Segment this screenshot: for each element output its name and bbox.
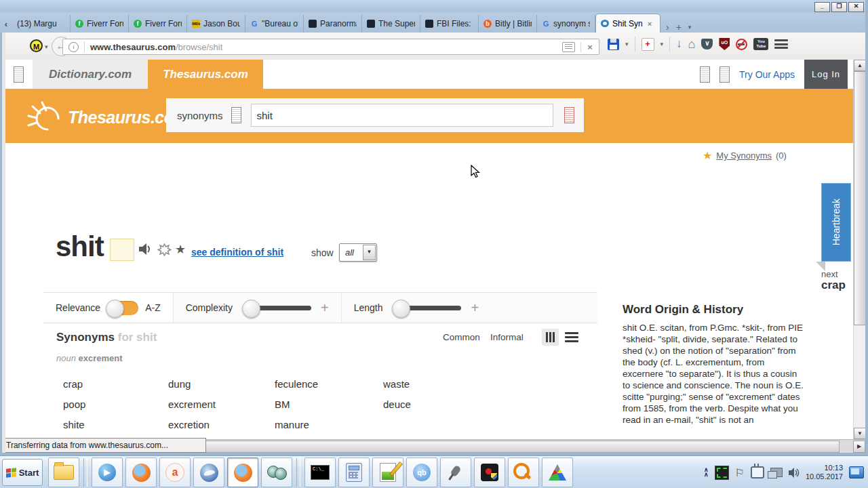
informal-filter-button[interactable]: Informal bbox=[490, 332, 524, 342]
taskbar-clock[interactable]: 10:1310.05.2017 bbox=[806, 464, 843, 481]
slider-knob[interactable] bbox=[242, 300, 260, 318]
tray-expand-icon[interactable]: ∧∧ bbox=[704, 468, 709, 477]
heartbreak-side-tab[interactable]: Heartbreak bbox=[821, 183, 851, 262]
usb-device-icon[interactable] bbox=[751, 466, 764, 479]
amigo-browser-button[interactable]: a bbox=[159, 458, 191, 487]
firefox-button[interactable] bbox=[125, 458, 157, 487]
tab-fbi-files[interactable]: FBI Files: T bbox=[420, 15, 479, 33]
action-center-flag-icon[interactable]: ⚐ bbox=[735, 466, 745, 479]
menu-hamburger-icon[interactable] bbox=[774, 39, 788, 49]
scroll-up-icon[interactable]: ▲ bbox=[854, 60, 866, 71]
tab-shit-synonyms-active[interactable]: Shit Syn× bbox=[595, 14, 660, 33]
ublock-shield-icon[interactable]: uO bbox=[719, 38, 730, 50]
synonym-word[interactable]: waste bbox=[383, 378, 492, 390]
next-word-link[interactable]: crap bbox=[821, 279, 846, 292]
synonym-word[interactable]: BM bbox=[275, 399, 383, 411]
synonym-word[interactable]: excretion bbox=[168, 419, 275, 431]
synonym-word[interactable]: crap bbox=[63, 378, 168, 390]
scroll-tabs-left-button[interactable]: ‹ bbox=[0, 16, 12, 33]
search-input[interactable] bbox=[251, 104, 553, 127]
start-button[interactable]: Start bbox=[2, 459, 43, 486]
scroll-right-icon[interactable]: ▶ bbox=[853, 441, 865, 453]
defrag-tool-button[interactable] bbox=[542, 458, 573, 487]
downloads-icon[interactable]: ↓ bbox=[676, 37, 682, 51]
scroll-down-icon[interactable]: ▼ bbox=[854, 428, 866, 439]
tab-bitly[interactable]: bBitly | Bitlin bbox=[479, 15, 537, 33]
site-info-icon[interactable]: i bbox=[68, 42, 79, 52]
minimize-button[interactable]: _ bbox=[814, 2, 830, 12]
save-page-icon[interactable] bbox=[608, 39, 619, 50]
binoculars-tool-button[interactable] bbox=[261, 458, 292, 487]
toggle-knob[interactable] bbox=[106, 300, 124, 318]
synonym-word[interactable]: shite bbox=[63, 419, 168, 431]
thesaurus-tab[interactable]: Thesaurus.com bbox=[148, 60, 263, 89]
vertical-scroll-thumb[interactable] bbox=[854, 71, 866, 325]
list-all-tabs-button[interactable]: ▾ bbox=[688, 24, 692, 30]
relevance-az-toggle[interactable] bbox=[107, 301, 138, 315]
media-player-button[interactable]: ▶ bbox=[92, 458, 123, 487]
microphone-button[interactable] bbox=[440, 458, 471, 487]
vertical-scrollbar[interactable]: ▲ ▼ bbox=[853, 60, 866, 439]
slider-knob[interactable] bbox=[392, 300, 410, 318]
pocket-icon[interactable]: ∨ bbox=[701, 39, 713, 49]
synonym-word[interactable]: poop bbox=[63, 399, 168, 411]
stop-load-icon[interactable]: × bbox=[580, 42, 599, 52]
tab-fiverr-2[interactable]: fFiverr Foru bbox=[129, 15, 187, 33]
list-view-icon[interactable] bbox=[565, 330, 578, 344]
search-category-label[interactable]: synonyms bbox=[177, 110, 223, 121]
speaker-icon[interactable] bbox=[139, 243, 153, 258]
synonym-word[interactable]: feculence bbox=[275, 378, 383, 390]
extension-m-icon[interactable]: M bbox=[30, 39, 43, 52]
search-tool-button[interactable] bbox=[508, 458, 539, 487]
qbittorrent-button[interactable]: qb bbox=[406, 458, 437, 487]
show-dropdown[interactable]: all ▼ bbox=[339, 243, 377, 262]
tab-google-bureau[interactable]: G"Bureau of bbox=[245, 15, 304, 33]
save-dropdown-icon[interactable]: ▾ bbox=[625, 41, 629, 47]
synonym-word[interactable]: manure bbox=[275, 419, 383, 431]
address-bar[interactable]: i www.thesaurus.com/browse/shit × bbox=[62, 39, 599, 55]
tab-google-synonym[interactable]: Gsynonym s bbox=[537, 15, 595, 33]
screen-recorder-button[interactable] bbox=[474, 458, 505, 487]
text-editor-button[interactable] bbox=[372, 458, 403, 487]
maximize-button[interactable]: ❐ bbox=[831, 2, 847, 12]
reader-mode-icon[interactable] bbox=[562, 42, 575, 52]
close-tab-icon[interactable]: × bbox=[648, 20, 652, 28]
log-in-button[interactable]: Log In bbox=[804, 60, 848, 89]
try-our-apps-link[interactable]: Try Our Apps bbox=[739, 69, 795, 80]
tab-fiverr-1[interactable]: fFiverr Foru bbox=[71, 15, 129, 33]
show-desktop-icon[interactable] bbox=[849, 466, 864, 479]
tab-margu[interactable]: (13) Margu bbox=[12, 15, 71, 33]
tab-imdb[interactable]: IMDbJason Bour bbox=[187, 15, 245, 33]
addon-health-icon[interactable]: + bbox=[642, 38, 654, 51]
synonym-word[interactable]: excrement bbox=[168, 399, 275, 411]
dictionary-tab[interactable]: Dictionary.com bbox=[33, 60, 149, 89]
calculator-button[interactable] bbox=[338, 458, 370, 487]
length-slider[interactable] bbox=[393, 306, 461, 310]
explorer-button[interactable] bbox=[48, 458, 79, 487]
search-button-broken-icon[interactable] bbox=[564, 107, 574, 123]
extension-dropdown-icon[interactable]: ▾ bbox=[45, 43, 48, 50]
youtube-addon-icon[interactable]: YouTube bbox=[753, 38, 768, 50]
informal-burst-icon[interactable] bbox=[157, 243, 172, 260]
no-ads-icon[interactable] bbox=[736, 39, 747, 50]
synonym-word[interactable]: deuce bbox=[383, 399, 492, 411]
common-filter-button[interactable]: Common bbox=[443, 332, 480, 342]
addon-dropdown-icon[interactable]: ▾ bbox=[660, 41, 664, 47]
seamonkey-button[interactable] bbox=[193, 458, 224, 487]
firefox-active-button[interactable] bbox=[227, 458, 258, 487]
new-tab-button[interactable]: + bbox=[676, 22, 682, 33]
dropdown-arrow-icon[interactable]: ▼ bbox=[363, 245, 376, 260]
home-icon[interactable]: ⌂ bbox=[688, 38, 696, 50]
volume-icon[interactable] bbox=[789, 468, 800, 477]
network-activity-icon[interactable] bbox=[715, 466, 729, 480]
column-view-icon[interactable] bbox=[542, 329, 559, 346]
my-synonyms-link[interactable]: My Synonyms bbox=[716, 150, 772, 161]
network-icon[interactable] bbox=[770, 468, 783, 477]
scroll-tabs-right-button[interactable]: › bbox=[666, 22, 669, 33]
thesaurus-logo[interactable]: Thesaurus.com bbox=[27, 100, 189, 135]
synonym-word[interactable]: dung bbox=[168, 378, 275, 390]
tab-supernatural[interactable]: The Supern bbox=[362, 15, 420, 33]
see-definition-link[interactable]: see definition of shit bbox=[191, 247, 283, 258]
close-button[interactable]: ✕ bbox=[848, 2, 864, 12]
tab-paranormal[interactable]: Paranorma bbox=[304, 15, 362, 33]
